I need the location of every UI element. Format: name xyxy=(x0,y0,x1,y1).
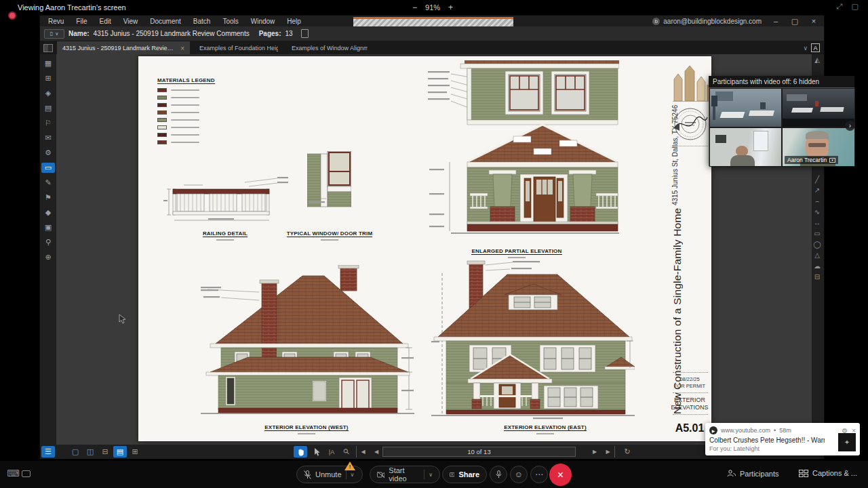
participants-button[interactable]: Participants xyxy=(727,469,778,478)
profile-badge[interactable]: A xyxy=(811,43,820,52)
account-email[interactable]: aaron@buildingblockdesign.com xyxy=(663,18,762,25)
video-room-c[interactable] xyxy=(709,127,782,167)
menu-view[interactable]: View xyxy=(123,18,138,25)
fullscreen-icon[interactable]: ⤢ xyxy=(836,2,842,11)
properties-icon[interactable]: ⚙ xyxy=(41,148,55,158)
record-button[interactable] xyxy=(490,466,507,483)
polygon-tool-icon[interactable]: △ xyxy=(814,252,820,259)
video-room-a[interactable] xyxy=(709,88,782,127)
gems-icon[interactable]: ◈ xyxy=(41,88,55,98)
legend-title: MATERIALS LEGEND xyxy=(157,77,215,84)
full-screen-icon[interactable]: ⊞ xyxy=(128,446,142,458)
search-icon[interactable]: ⚲ xyxy=(41,237,55,247)
split-horizontal-icon[interactable]: ⊟ xyxy=(98,446,112,458)
spaces-icon[interactable]: ⚐ xyxy=(41,118,55,128)
snapshot-tool-icon[interactable]: ⊟ xyxy=(814,274,820,281)
captions-button[interactable]: Captions & ... xyxy=(799,469,857,477)
leave-meeting-button[interactable]: × xyxy=(549,464,572,486)
view-options-icon[interactable]: ▢ xyxy=(852,2,859,11)
calibrate-icon[interactable]: ◭ xyxy=(814,57,820,64)
railing-detail-drawing xyxy=(163,177,289,226)
pan-tool-icon[interactable] xyxy=(294,446,307,458)
previous-page-icon[interactable]: ◀ xyxy=(370,446,383,458)
page-number-input[interactable] xyxy=(382,447,576,457)
stamps-icon[interactable]: ✎ xyxy=(41,178,55,188)
cloud-tool-icon[interactable]: ☁ xyxy=(814,263,821,270)
document-canvas[interactable]: MATERIALS LEGEND xyxy=(56,54,812,445)
chat-bubble-icon[interactable] xyxy=(22,470,31,477)
polyline-tool-icon[interactable]: ∿ xyxy=(814,209,820,216)
tab-landmark-review[interactable]: 4315 Junius - 250919 Landmark Review Com… xyxy=(57,41,190,55)
page-setup-icon[interactable] xyxy=(301,29,309,38)
menu-document[interactable]: Document xyxy=(150,18,181,25)
menu-tools[interactable]: Tools xyxy=(222,18,238,25)
measurements-icon[interactable]: ▭ xyxy=(41,163,55,173)
reactions-button[interactable]: ☺ xyxy=(510,466,528,483)
menu-edit[interactable]: Edit xyxy=(99,18,111,25)
chevron-down-icon[interactable]: ∨ xyxy=(351,472,355,478)
more-button[interactable]: ⋯ xyxy=(530,466,548,483)
video-aaron[interactable]: Aaron Trecartin ▾ xyxy=(782,127,855,167)
single-page-icon[interactable]: ▢ xyxy=(68,446,82,458)
links-icon[interactable]: ⊕ xyxy=(41,252,55,262)
markups-icon[interactable]: ✉ xyxy=(41,133,55,143)
video-room-b[interactable] xyxy=(782,88,855,127)
menu-revu[interactable]: Revu xyxy=(48,18,64,25)
zoom-in-button[interactable]: + xyxy=(448,3,453,12)
tab-close-icon[interactable]: × xyxy=(180,45,184,52)
ellipsis-icon: ⋯ xyxy=(535,470,543,479)
zoom-tool-icon[interactable]: ⚲ xyxy=(338,443,355,460)
notification-time: 58m xyxy=(779,427,791,434)
measure-length-icon[interactable]: ↔ xyxy=(814,220,821,226)
arrow-tool-icon[interactable]: ↗ xyxy=(814,187,820,194)
tool-chest-icon[interactable]: ▤ xyxy=(41,103,55,113)
zoom-out-button[interactable]: − xyxy=(412,3,417,12)
minimize-button[interactable]: – xyxy=(771,17,781,25)
security-icon[interactable]: ◆ xyxy=(41,207,55,218)
chevron-down-icon[interactable]: ∨ xyxy=(429,472,433,478)
markups-list-toggle[interactable]: ☰ xyxy=(41,446,55,458)
ellipse-tool-icon[interactable]: ◯ xyxy=(813,241,821,248)
text-select-icon[interactable]: |A xyxy=(325,446,338,458)
left-panel-bar: ▦ ⊞ ◈ ▤ ⚐ ✉ ⚙ ▭ ✎ ⚑ ◆ ▣ ⚲ ⊕ xyxy=(40,54,56,445)
media-icon[interactable]: ▣ xyxy=(41,222,55,232)
menu-window[interactable]: Window xyxy=(251,18,275,25)
next-page-icon[interactable]: ▶ xyxy=(588,446,601,458)
first-page-icon[interactable]: ◀ xyxy=(356,446,370,458)
arc-tool-icon[interactable]: ⌢ xyxy=(815,198,820,205)
youtube-notification[interactable]: ▶ www.youtube.com • 58m ⚙ × Colbert Crus… xyxy=(705,423,860,455)
legend-swatch xyxy=(157,110,167,115)
menu-help[interactable]: Help xyxy=(287,18,301,25)
thumbnails-icon[interactable]: ▦ xyxy=(41,58,55,68)
tab-overflow-chevron-icon[interactable]: ∨ xyxy=(803,45,808,52)
split-view-icon[interactable] xyxy=(43,44,53,52)
firm-logo xyxy=(671,62,709,104)
previous-view-icon[interactable]: ↻ xyxy=(620,446,634,458)
share-button[interactable]: Share xyxy=(442,466,487,483)
file-type-dropdown[interactable]: ▯ ∨ xyxy=(44,29,64,39)
last-page-icon[interactable]: ▶ xyxy=(601,446,615,458)
menu-batch[interactable]: Batch xyxy=(193,18,211,25)
camera-off-icon xyxy=(377,471,384,479)
tab-foundation-height[interactable]: Examples of Foundation Height xyxy=(194,41,283,55)
file-access-icon[interactable]: ⊞ xyxy=(41,73,55,83)
close-button[interactable]: × xyxy=(809,17,818,25)
line-tool-icon[interactable]: ╱ xyxy=(815,176,819,183)
fit-page-icon[interactable]: ▤ xyxy=(113,446,127,458)
tab-window-alignment[interactable]: Examples of Window Alignment xyxy=(286,41,373,55)
side-by-side-icon[interactable]: ◫ xyxy=(83,446,97,458)
keyboard-icon[interactable]: ⌨ xyxy=(7,468,20,479)
select-tool-icon[interactable] xyxy=(310,446,323,458)
flags-icon[interactable]: ⚑ xyxy=(41,192,55,203)
tab-label: Examples of Foundation Height xyxy=(199,45,278,52)
participants-hidden-header[interactable]: Participants with video off: 6 hidden xyxy=(709,76,854,87)
participants-label: Participants xyxy=(740,470,778,478)
panel-next-chevron[interactable]: › xyxy=(845,121,855,131)
notification-subtitle: For you: LateNight xyxy=(709,445,856,452)
notification-source: www.youtube.com xyxy=(721,427,770,434)
maximize-button[interactable]: ▢ xyxy=(790,17,800,26)
meeting-toolbar: ⌨ Unmute ∨ ! Start video ∨ xyxy=(0,461,868,488)
menu-file[interactable]: File xyxy=(76,18,87,25)
rectangle-tool-icon[interactable]: ▭ xyxy=(814,230,820,237)
start-video-button[interactable]: Start video ∨ xyxy=(370,466,440,483)
